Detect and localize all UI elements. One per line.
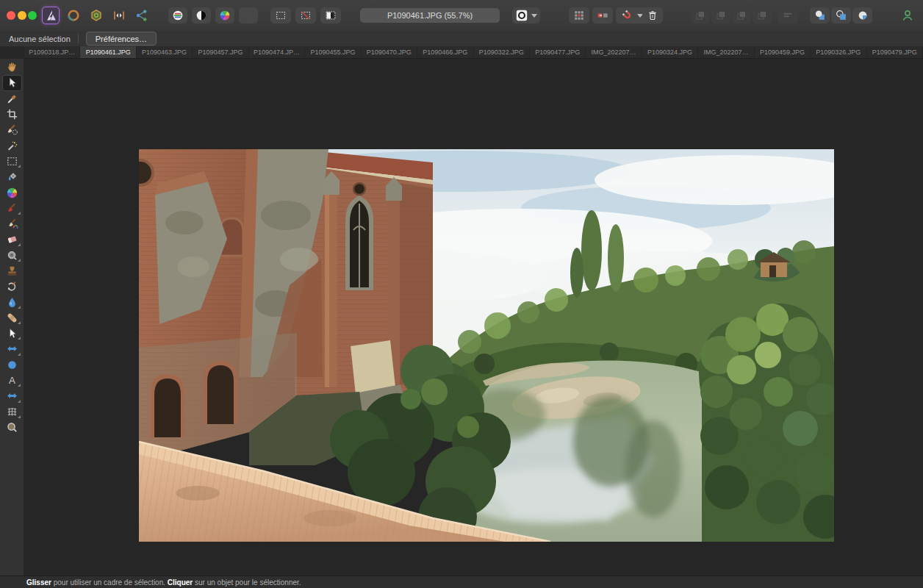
invert-selection-icon	[324, 9, 337, 22]
insert-on-top-icon	[814, 9, 827, 22]
undo-brush-tool-icon	[5, 279, 19, 293]
zoom-tool[interactable]	[2, 420, 22, 435]
document-tab[interactable]: P1090455.JPG	[305, 46, 361, 58]
canvas-area[interactable]	[25, 59, 923, 576]
document-tab[interactable]: P1090466.JPG	[417, 46, 473, 58]
flood-fill-tool[interactable]	[2, 169, 22, 184]
preferences-button[interactable]: Préférences…	[86, 32, 157, 46]
select-all-button[interactable]	[270, 7, 291, 24]
gradient-tool[interactable]	[2, 184, 22, 200]
auto-contrast-icon	[195, 9, 208, 22]
develop-persona-button[interactable]	[65, 7, 82, 24]
move-forward-button[interactable]	[711, 7, 730, 24]
document-title[interactable]: P1090461.JPG (55.7%)	[360, 8, 500, 23]
document-tab[interactable]: IMG_202207…	[586, 46, 642, 58]
document-tab[interactable]: P1090326.JPG	[811, 46, 866, 58]
clone-stamp-tool[interactable]	[2, 263, 22, 279]
undo-brush-tool[interactable]	[2, 279, 22, 294]
minimize-window-button[interactable]	[18, 11, 26, 20]
healing-brush-tool[interactable]	[2, 310, 22, 326]
color-replacement-brush-tool[interactable]	[2, 216, 22, 232]
document-tab[interactable]: P1090318.JP…	[24, 46, 80, 58]
auto-white-balance-button[interactable]	[239, 7, 258, 24]
zoom-tool-icon	[5, 420, 19, 434]
quick-mask-button[interactable]	[512, 7, 540, 24]
eraser-tool[interactable]	[2, 232, 22, 247]
insert-behind-button[interactable]	[831, 7, 851, 24]
healing-brush-tool-icon	[5, 311, 19, 325]
auto-colours-icon	[218, 9, 231, 22]
account-button[interactable]	[898, 7, 917, 24]
move-tool-icon	[5, 76, 19, 90]
move-tool[interactable]	[2, 75, 22, 90]
insert-inside-button[interactable]	[852, 7, 872, 24]
dodge-brush-tool[interactable]	[2, 248, 22, 263]
transform-tool[interactable]	[2, 388, 22, 404]
paint-brush-tool[interactable]	[2, 201, 22, 216]
warp-tool[interactable]	[2, 341, 22, 356]
warp-tool-icon	[5, 342, 19, 356]
selection-brush-tool[interactable]	[2, 122, 22, 137]
tone-mapping-persona-button[interactable]	[87, 7, 105, 24]
color-picker-tool[interactable]	[2, 91, 22, 107]
view-tool[interactable]	[2, 60, 22, 75]
affinity-photo-window: P1090461.JPG (55.7%)	[0, 0, 923, 588]
document-tab[interactable]: P1090470.JPG	[362, 46, 417, 58]
blur-tool-icon	[5, 295, 19, 309]
move-to-back-button[interactable]	[753, 7, 772, 24]
pixel-grid-button[interactable]	[569, 7, 589, 24]
context-toolbar: Aucune sélection Préférences…	[0, 31, 923, 47]
node-tool[interactable]	[2, 326, 22, 341]
crop-tool[interactable]	[2, 107, 22, 122]
mesh-warp-tool[interactable]	[2, 404, 22, 420]
insertion-group	[810, 7, 872, 24]
clone-stamp-tool-icon	[5, 264, 19, 278]
auto-levels-button[interactable]	[168, 7, 187, 24]
blur-tool[interactable]	[2, 294, 22, 309]
document-tab[interactable]: P1090479.JPG	[867, 46, 923, 58]
move-backward-icon	[735, 9, 748, 22]
deselect-button[interactable]	[295, 7, 316, 24]
color-replacement-brush-tool-icon	[5, 217, 19, 231]
document-tab[interactable]: P1090459.JPG	[755, 46, 811, 58]
invert-selection-button[interactable]	[320, 7, 341, 24]
view-tool-icon	[5, 60, 19, 74]
photo-document[interactable]	[139, 149, 834, 542]
eraser-tool-icon	[5, 232, 19, 246]
move-to-front-icon	[694, 9, 707, 22]
document-tab[interactable]: P1090322.JPG	[474, 46, 530, 58]
document-tab[interactable]: IMG_202207…	[698, 46, 754, 58]
auto-adjustment-group	[168, 7, 258, 24]
move-backward-button[interactable]	[732, 7, 751, 24]
insert-on-top-button[interactable]	[810, 7, 830, 24]
auto-contrast-button[interactable]	[192, 7, 211, 24]
ellipse-shape-tool-icon	[5, 358, 19, 372]
document-tab[interactable]: P1090461.JPG	[80, 46, 136, 58]
flood-fill-tool-icon	[5, 170, 19, 184]
flood-select-tool[interactable]	[2, 137, 22, 153]
move-pixels-icon	[596, 9, 609, 22]
move-to-front-button[interactable]	[691, 7, 710, 24]
ellipse-shape-tool[interactable]	[2, 357, 22, 373]
export-persona-button[interactable]	[133, 7, 151, 24]
deselect-icon	[299, 9, 312, 22]
document-tab[interactable]: P1090474.JP…	[249, 46, 305, 58]
document-tab[interactable]: P1090463.JPG	[137, 46, 193, 58]
marquee-tool-icon	[5, 154, 19, 168]
insert-inside-icon	[856, 9, 869, 22]
text-tool[interactable]	[2, 373, 22, 388]
document-tab[interactable]: P1090324.JPG	[642, 46, 698, 58]
document-tab[interactable]: P1090457.JPG	[193, 46, 248, 58]
liquify-persona-button[interactable]	[110, 7, 128, 24]
text-tool-icon	[5, 373, 19, 387]
marquee-tool[interactable]	[2, 154, 22, 169]
auto-colours-button[interactable]	[215, 7, 234, 24]
document-tab[interactable]: P1090477.JPG	[530, 46, 586, 58]
alignment-button[interactable]	[777, 7, 798, 24]
zoom-window-button[interactable]	[28, 11, 37, 20]
color-picker-tool-icon	[5, 92, 19, 106]
move-whole-pixels-button[interactable]	[592, 7, 613, 24]
delete-button[interactable]	[642, 7, 663, 24]
photo-persona-button[interactable]	[42, 7, 60, 24]
close-window-button[interactable]	[7, 11, 15, 20]
